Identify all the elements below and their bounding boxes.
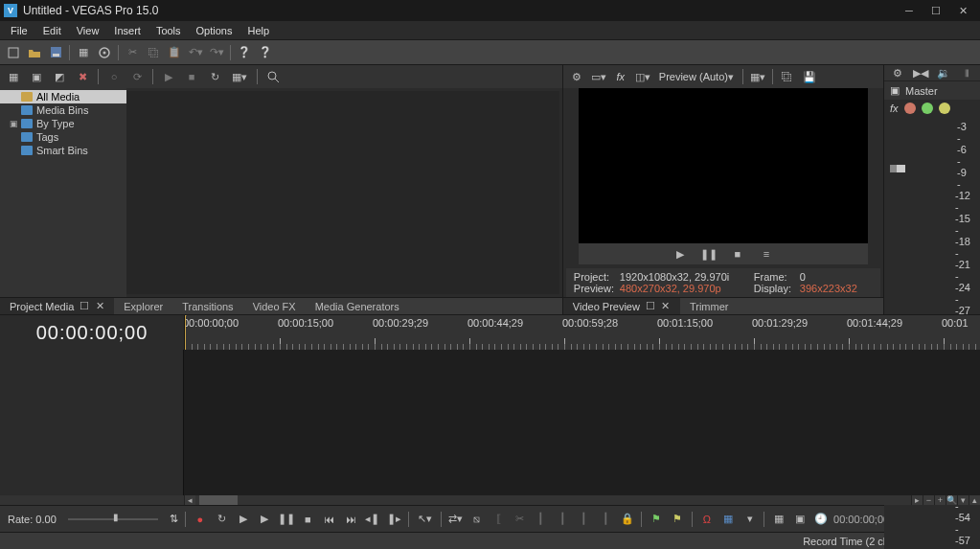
- tab-video-preview[interactable]: Video Preview☐✕: [563, 298, 680, 314]
- vzoom-out-icon[interactable]: ▾: [957, 495, 969, 505]
- cut-icon[interactable]: ✂: [125, 45, 140, 60]
- output-fx-icon[interactable]: fx: [613, 69, 628, 84]
- vzoom-in-icon[interactable]: ▴: [969, 495, 980, 505]
- b1-icon[interactable]: ┃: [534, 512, 548, 527]
- close-button[interactable]: ✕: [949, 1, 976, 20]
- record-icon[interactable]: ●: [193, 512, 207, 527]
- menu-options[interactable]: Options: [190, 23, 239, 38]
- dim-icon[interactable]: 🔉: [936, 65, 951, 80]
- get-media-icon[interactable]: ◩: [52, 69, 67, 84]
- zoom-in-icon[interactable]: +: [934, 495, 946, 505]
- snap-icon[interactable]: Ω: [699, 512, 714, 527]
- quantize-icon[interactable]: ▦: [720, 512, 735, 527]
- rate-stepper-icon[interactable]: ⇅: [170, 513, 178, 525]
- lock-envelope-icon[interactable]: 🔒: [620, 512, 634, 527]
- autoplay-icon[interactable]: ↻: [207, 69, 222, 84]
- fx-slot-2[interactable]: [922, 103, 933, 114]
- preview-play-icon[interactable]: ▶: [672, 246, 688, 262]
- undo-icon[interactable]: ↶▾: [188, 45, 203, 60]
- zoom-out-icon[interactable]: −: [923, 495, 934, 505]
- tree-by-type[interactable]: ▣By Type: [0, 117, 126, 130]
- undock-icon[interactable]: ☐: [646, 300, 655, 312]
- render-icon[interactable]: ▦: [76, 45, 91, 60]
- scroll-thumb[interactable]: [199, 495, 238, 505]
- minimize-button[interactable]: ─: [896, 1, 923, 20]
- tab-project-media[interactable]: Project Media☐✕: [0, 298, 114, 314]
- fader-handle[interactable]: [890, 165, 905, 172]
- whatsthis-icon[interactable]: ❔: [258, 45, 273, 60]
- tutorial-icon[interactable]: ❔: [237, 45, 252, 60]
- paste-icon[interactable]: 📋: [167, 45, 182, 60]
- tab-media-generators[interactable]: Media Generators: [306, 298, 409, 314]
- tab-video-fx[interactable]: Video FX: [243, 298, 306, 314]
- edit-tool-icon[interactable]: ↖▾: [416, 512, 434, 527]
- track-header-area[interactable]: [0, 350, 184, 495]
- refresh-icon[interactable]: ⟳: [129, 69, 145, 84]
- media-list-area[interactable]: [126, 91, 559, 294]
- capture-icon[interactable]: ▣: [29, 69, 44, 84]
- tab-transitions[interactable]: Transitions: [172, 298, 242, 314]
- scroll-left-icon[interactable]: ◂: [184, 495, 195, 505]
- position-timecode[interactable]: 00:00:00;00: [833, 514, 889, 525]
- fx-slot-3[interactable]: [939, 103, 950, 114]
- fx-slot-1[interactable]: [904, 103, 916, 114]
- tab-trimmer[interactable]: Trimmer: [680, 298, 739, 314]
- preview-props-icon[interactable]: ⚙: [569, 69, 584, 84]
- marker-icon[interactable]: ⚑: [649, 512, 663, 527]
- faders-icon[interactable]: ⫴: [959, 65, 974, 80]
- auto-ripple-icon[interactable]: ⇄▾: [448, 512, 463, 527]
- go-end-icon[interactable]: ⏭: [343, 512, 357, 527]
- track-area[interactable]: [184, 350, 980, 495]
- mixer-props-icon[interactable]: ⚙: [890, 65, 905, 80]
- snapshot-save-icon[interactable]: 💾: [802, 69, 817, 84]
- tree-tags[interactable]: Tags: [0, 130, 126, 144]
- master-fx-icon[interactable]: fx: [890, 103, 899, 114]
- play-start-icon[interactable]: ▶: [236, 512, 250, 527]
- overlays-icon[interactable]: ▦▾: [750, 69, 765, 84]
- prev-frame-icon[interactable]: ◂❚: [365, 512, 379, 527]
- split-icon[interactable]: ✂: [513, 512, 527, 527]
- loop-icon[interactable]: ↻: [214, 512, 228, 527]
- open-icon[interactable]: [27, 45, 42, 60]
- remove-icon[interactable]: ✖: [75, 69, 90, 84]
- tab-explorer[interactable]: Explorer: [114, 298, 172, 314]
- menu-edit[interactable]: Edit: [36, 23, 68, 38]
- tree-media-bins[interactable]: Media Bins: [0, 103, 126, 117]
- zoom-tool-icon[interactable]: 🔍: [946, 495, 957, 505]
- pause-icon[interactable]: ❚❚: [279, 512, 294, 527]
- menu-insert[interactable]: Insert: [107, 23, 148, 38]
- properties-icon[interactable]: [97, 45, 112, 60]
- copy-icon[interactable]: ⿻: [146, 45, 161, 60]
- timeline-scrollbar[interactable]: ◂ ▸ − + 🔍 ▾ ▴: [0, 495, 980, 505]
- play-icon[interactable]: ▶: [257, 512, 271, 527]
- downmix-icon[interactable]: ▶◀: [913, 65, 928, 80]
- ignore-group-icon[interactable]: ▦: [771, 512, 786, 527]
- menu-tools[interactable]: Tools: [149, 23, 188, 38]
- go-start-icon[interactable]: ⏮: [322, 512, 336, 527]
- snapshot-copy-icon[interactable]: ⿻: [780, 69, 795, 84]
- media-fx-icon[interactable]: ○: [106, 69, 122, 84]
- stop-icon[interactable]: ■: [301, 512, 315, 527]
- split-screen-icon[interactable]: ◫▾: [635, 69, 650, 84]
- import-media-icon[interactable]: ▦: [6, 69, 21, 84]
- close-tab-icon[interactable]: ✕: [95, 300, 104, 312]
- timeline-ruler[interactable]: 00:00:00;0000:00:15;0000:00:29;2900:00:4…: [184, 315, 980, 350]
- preview-quality-dropdown[interactable]: Preview (Auto) ▾: [657, 69, 736, 84]
- b4-icon[interactable]: ┃: [598, 512, 612, 527]
- stop-media-icon[interactable]: ■: [184, 69, 199, 84]
- tree-all-media[interactable]: All Media: [0, 90, 126, 103]
- event-props-icon[interactable]: ▣: [793, 512, 808, 527]
- playhead[interactable]: [185, 315, 186, 350]
- region-icon[interactable]: ⚑: [671, 512, 685, 527]
- external-monitor-icon[interactable]: ▭▾: [591, 69, 606, 84]
- snap-options-icon[interactable]: ▾: [742, 512, 757, 527]
- preview-menu-icon[interactable]: ≡: [759, 246, 774, 262]
- search-icon[interactable]: [265, 69, 281, 84]
- next-frame-icon[interactable]: ❚▸: [386, 512, 400, 527]
- menu-file[interactable]: File: [4, 23, 34, 38]
- b2-icon[interactable]: ┃: [556, 512, 570, 527]
- views-icon[interactable]: ▦▾: [230, 69, 249, 84]
- preview-pause-icon[interactable]: ❚❚: [701, 246, 717, 262]
- maximize-button[interactable]: ☐: [923, 1, 949, 20]
- auto-crossfade-icon[interactable]: ⧅: [469, 512, 484, 527]
